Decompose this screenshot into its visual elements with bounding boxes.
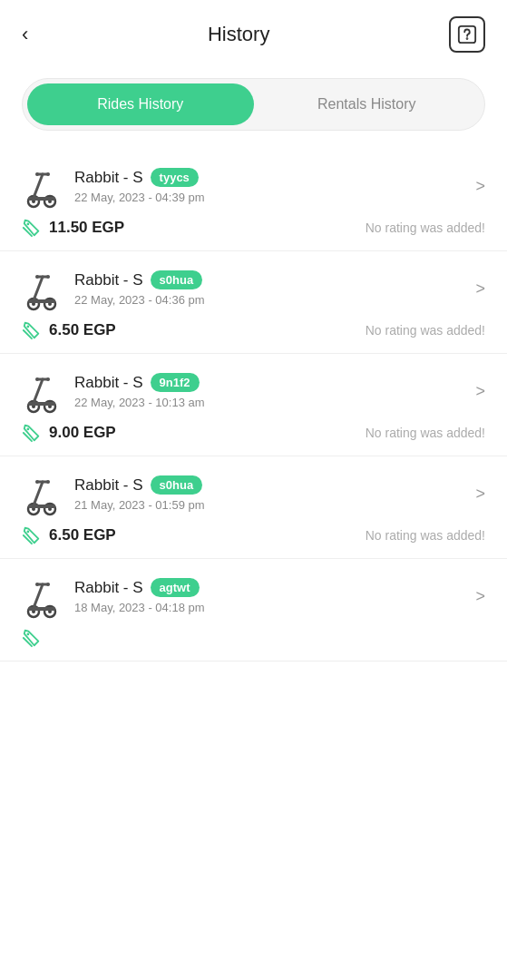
svg-point-39	[35, 480, 39, 484]
svg-point-41	[27, 531, 30, 534]
ride-date: 22 May, 2023 - 04:39 pm	[74, 191, 205, 204]
scooter-icon	[22, 368, 62, 414]
price-tag-icon	[22, 628, 42, 648]
ride-price: 11.50 EGP	[22, 218, 124, 238]
ride-vehicle-name: Rabbit - S	[74, 169, 143, 187]
ride-info: Rabbit - S s0hua 22 May, 2023 - 04:36 pm	[22, 266, 205, 311]
ride-date: 22 May, 2023 - 04:36 pm	[74, 293, 205, 307]
svg-point-50	[46, 583, 50, 586]
ride-code-badge: s0hua	[151, 475, 203, 495]
ride-item: Rabbit - S tyycs 22 May, 2023 - 04:39 pm…	[0, 149, 507, 251]
rating-text: No rating was added!	[366, 220, 485, 235]
ride-info: Rabbit - S agtwt 18 May, 2023 - 04:18 pm	[22, 573, 205, 619]
scooter-icon	[22, 266, 62, 311]
ride-top-row: Rabbit - S 9n1f2 22 May, 2023 - 10:13 am…	[22, 368, 485, 414]
ride-code-badge: agtwt	[151, 578, 200, 597]
ride-info: Rabbit - S tyycs 22 May, 2023 - 04:39 pm	[22, 163, 205, 209]
ride-name-row: Rabbit - S s0hua	[74, 270, 205, 289]
svg-point-11	[27, 223, 30, 226]
ride-details: Rabbit - S s0hua 21 May, 2023 - 01:59 pm	[74, 475, 205, 512]
ride-name-row: Rabbit - S s0hua	[74, 475, 205, 495]
price-amount: 9.00 EGP	[49, 424, 116, 442]
ride-code-badge: tyycs	[151, 168, 199, 187]
ride-name-row: Rabbit - S tyycs	[74, 168, 205, 187]
ride-vehicle-name: Rabbit - S	[74, 374, 143, 392]
chevron-right-icon[interactable]: >	[475, 279, 485, 299]
ride-details: Rabbit - S tyycs 22 May, 2023 - 04:39 pm	[74, 168, 205, 204]
ride-name-row: Rabbit - S agtwt	[74, 578, 205, 597]
ride-top-row: Rabbit - S agtwt 18 May, 2023 - 04:18 pm…	[22, 573, 485, 619]
ride-bottom-row: 6.50 EGP No rating was added!	[22, 320, 485, 340]
ride-price: 6.50 EGP	[22, 320, 116, 340]
ride-details: Rabbit - S agtwt 18 May, 2023 - 04:18 pm	[74, 578, 205, 614]
ride-info: Rabbit - S 9n1f2 22 May, 2023 - 10:13 am	[22, 368, 205, 414]
svg-rect-16	[28, 299, 55, 303]
ride-item: Rabbit - S 9n1f2 22 May, 2023 - 10:13 am…	[0, 354, 507, 456]
svg-point-40	[46, 480, 50, 484]
header: ‹ History	[0, 0, 507, 62]
svg-rect-46	[28, 607, 55, 611]
ride-details: Rabbit - S 9n1f2 22 May, 2023 - 10:13 am	[74, 373, 205, 409]
scooter-icon	[22, 471, 62, 516]
svg-point-30	[46, 377, 50, 381]
chevron-right-icon[interactable]: >	[475, 382, 485, 401]
ride-date: 18 May, 2023 - 04:18 pm	[74, 601, 205, 614]
ride-top-row: Rabbit - S s0hua 22 May, 2023 - 04:36 pm…	[22, 266, 485, 311]
scooter-icon	[22, 573, 62, 619]
ride-price: 9.00 EGP	[22, 423, 116, 443]
ride-item: Rabbit - S s0hua 22 May, 2023 - 04:36 pm…	[0, 251, 507, 354]
chevron-right-icon[interactable]: >	[475, 177, 485, 196]
svg-point-19	[35, 275, 39, 279]
svg-point-10	[46, 172, 50, 176]
ride-date: 22 May, 2023 - 10:13 am	[74, 396, 205, 409]
svg-point-51	[27, 633, 30, 636]
price-amount: 6.50 EGP	[49, 321, 116, 339]
svg-point-29	[35, 377, 39, 381]
ride-item: Rabbit - S s0hua 21 May, 2023 - 01:59 pm…	[0, 456, 507, 559]
ride-vehicle-name: Rabbit - S	[74, 476, 143, 495]
ride-code-badge: s0hua	[151, 270, 203, 289]
svg-line-7	[34, 174, 43, 198]
tab-rentals-history[interactable]: Rentals History	[254, 83, 481, 125]
ride-code-badge: 9n1f2	[151, 373, 200, 392]
rides-list: Rabbit - S tyycs 22 May, 2023 - 04:39 pm…	[0, 140, 507, 671]
tab-switcher: Rides History Rentals History	[22, 78, 485, 131]
ride-bottom-row: 6.50 EGP No rating was added!	[22, 525, 485, 545]
rating-text: No rating was added!	[366, 528, 485, 543]
svg-line-17	[34, 277, 43, 300]
ride-info: Rabbit - S s0hua 21 May, 2023 - 01:59 pm	[22, 471, 205, 516]
ride-bottom-row: 11.50 EGP No rating was added!	[22, 218, 485, 238]
svg-point-31	[27, 428, 30, 431]
price-tag-icon	[22, 320, 42, 340]
price-tag-icon	[22, 218, 42, 238]
ride-top-row: Rabbit - S s0hua 21 May, 2023 - 01:59 pm…	[22, 471, 485, 516]
price-amount: 11.50 EGP	[49, 219, 124, 237]
chevron-right-icon[interactable]: >	[475, 485, 485, 504]
chevron-right-icon[interactable]: >	[475, 587, 485, 606]
page-title: History	[208, 23, 269, 46]
ride-bottom-row: 9.00 EGP No rating was added!	[22, 423, 485, 443]
svg-rect-6	[28, 197, 55, 201]
svg-line-27	[34, 379, 43, 403]
svg-line-47	[34, 584, 43, 608]
ride-bottom-row	[22, 628, 485, 648]
svg-line-37	[34, 482, 43, 505]
tab-rides-history[interactable]: Rides History	[27, 83, 254, 125]
svg-point-20	[46, 275, 50, 279]
question-mark-icon	[457, 24, 477, 44]
svg-point-49	[35, 583, 39, 586]
svg-point-9	[35, 172, 39, 176]
svg-point-21	[27, 326, 30, 328]
rating-text: No rating was added!	[366, 323, 485, 338]
ride-vehicle-name: Rabbit - S	[74, 579, 143, 597]
rating-text: No rating was added!	[366, 426, 485, 440]
price-tag-icon	[22, 423, 42, 443]
scooter-icon	[22, 163, 62, 209]
ride-item: Rabbit - S agtwt 18 May, 2023 - 04:18 pm…	[0, 559, 507, 662]
svg-rect-26	[28, 402, 55, 406]
back-button[interactable]: ‹	[22, 24, 28, 44]
help-button[interactable]	[449, 16, 485, 53]
price-amount: 6.50 EGP	[49, 526, 116, 544]
svg-rect-36	[28, 505, 55, 508]
ride-details: Rabbit - S s0hua 22 May, 2023 - 04:36 pm	[74, 270, 205, 307]
